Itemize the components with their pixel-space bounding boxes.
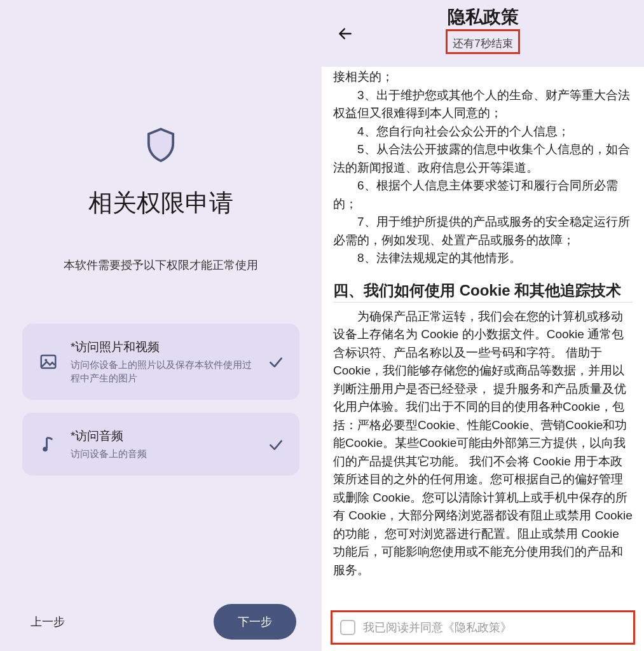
permission-desc: 访问设备上的音频 xyxy=(71,447,256,460)
cookie-paragraph: 为确保产品正常运转，我们会在您的计算机或移动设备上存储名为 Cookie 的小数… xyxy=(333,308,633,580)
permissions-screen: 相关权限申请 本软件需要授予以下权限才能正常使用 *访问照片和视频 访问你设备上… xyxy=(0,0,322,651)
clause-5: 5、从合法公开披露的信息中收集个人信息的，如合法的新闻报道、政府信息公开等渠道。 xyxy=(333,140,633,177)
svg-point-2 xyxy=(43,446,48,451)
clause-4: 4、您自行向社会公众公开的个人信息； xyxy=(333,123,633,141)
permission-title: *访问音频 xyxy=(71,428,256,444)
clause-7: 7、用于维护所提供的产品或服务的安全稳定运行所必需的，例如发现、处置产品或服务的… xyxy=(333,213,633,249)
music-note-icon xyxy=(38,434,59,455)
permission-title: *访问照片和视频 xyxy=(71,339,256,355)
check-icon xyxy=(268,353,284,370)
privacy-title: 隐私政策 xyxy=(322,5,644,29)
countdown-highlight: 还有7秒结束 xyxy=(446,29,519,54)
prev-button[interactable]: 上一步 xyxy=(25,608,70,636)
next-button[interactable]: 下一步 xyxy=(214,604,296,640)
privacy-header: 隐私政策 还有7秒结束 xyxy=(322,0,644,67)
check-icon xyxy=(268,436,284,453)
bottom-bar: 上一步 下一步 xyxy=(0,604,322,640)
truncated-line: 接相关的； xyxy=(333,68,633,86)
section-4-heading: 四、我们如何使用 Cookie 和其他追踪技术 xyxy=(333,280,633,303)
privacy-body[interactable]: 接相关的； 3、出于维护您或其他个人的生命、财产等重大合法权益但又很难得到本人同… xyxy=(322,67,644,605)
page-title: 相关权限申请 xyxy=(0,187,322,219)
page-subtitle: 本软件需要授予以下权限才能正常使用 xyxy=(0,257,322,273)
permission-text: *访问照片和视频 访问你设备上的照片以及保存本软件使用过程中产生的图片 xyxy=(71,339,256,385)
clause-6: 6、根据个人信息主体要求签订和履行合同所必需的； xyxy=(333,177,633,213)
countdown-text: 还有7秒结束 xyxy=(453,36,512,51)
permission-text: *访问音频 访问设备上的音频 xyxy=(71,428,256,460)
privacy-policy-screen: 隐私政策 还有7秒结束 接相关的； 3、出于维护您或其他个人的生命、财产等重大合… xyxy=(322,0,644,651)
agree-highlight: 我已阅读并同意《隐私政策》 xyxy=(331,610,635,645)
agree-label: 我已阅读并同意《隐私政策》 xyxy=(363,620,512,635)
permission-item-photos[interactable]: *访问照片和视频 访问你设备上的照片以及保存本软件使用过程中产生的图片 xyxy=(22,324,299,400)
image-icon xyxy=(38,351,59,373)
arrow-left-icon xyxy=(337,25,353,42)
permission-item-audio[interactable]: *访问音频 访问设备上的音频 xyxy=(22,413,299,476)
back-button[interactable] xyxy=(337,25,353,46)
permission-desc: 访问你设备上的照片以及保存本软件使用过程中产生的图片 xyxy=(71,358,256,385)
shield-icon xyxy=(0,127,322,163)
clause-3: 3、出于维护您或其他个人的生命、财产等重大合法权益但又很难得到本人同意的； xyxy=(333,86,633,123)
clause-8: 8、法律法规规定的其他情形。 xyxy=(333,249,633,268)
permissions-list: *访问照片和视频 访问你设备上的照片以及保存本软件使用过程中产生的图片 *访问音… xyxy=(22,324,299,476)
agree-checkbox[interactable] xyxy=(340,620,355,635)
